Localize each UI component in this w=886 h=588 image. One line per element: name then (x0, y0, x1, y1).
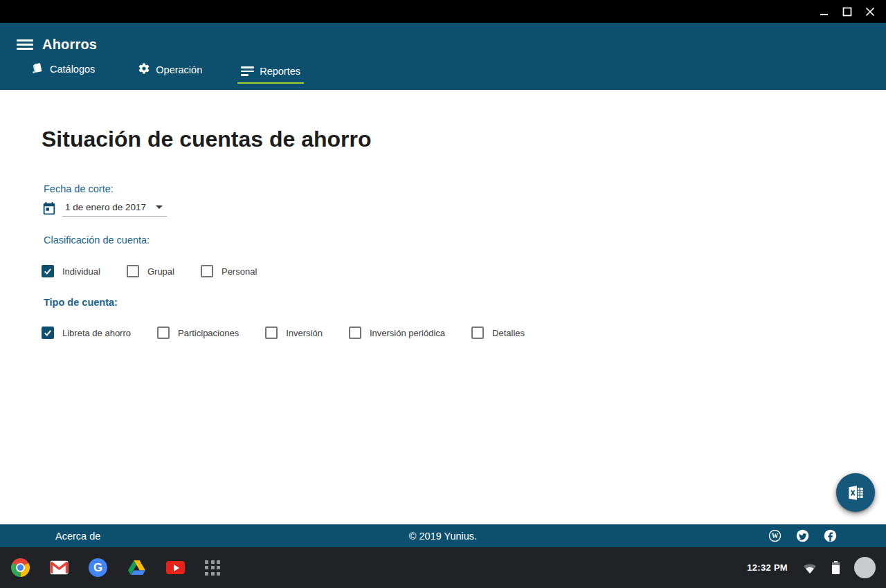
window-controls (820, 7, 875, 17)
wordpress-icon[interactable]: W (768, 529, 782, 543)
status-tray[interactable]: 12:32 PM (747, 557, 876, 578)
taskbar-apps: G (11, 558, 220, 577)
date-filter: 1 de enero de 2017 (42, 201, 886, 217)
taskbar: G 12:32 PM (0, 547, 886, 588)
copyright-text: © 2019 Yunius. (0, 531, 886, 542)
gmail-icon[interactable] (50, 560, 69, 575)
tab-catalogos[interactable]: Catálogos (28, 62, 98, 84)
checkbox-label: Individual (62, 266, 100, 277)
social-links: W (768, 529, 838, 543)
checkbox-box[interactable] (127, 265, 139, 277)
page-title: Situación de cuentas de ahorro (0, 90, 886, 150)
hamburger-icon[interactable] (17, 39, 33, 50)
tab-label: Operación (156, 64, 202, 75)
account-type-options: Libreta de ahorro Participaciones Invers… (42, 327, 886, 339)
export-excel-fab[interactable] (836, 473, 875, 512)
app-window: Ahorros Catálogos (0, 0, 886, 588)
footer: Acerca de © 2019 Yunius. W (0, 524, 886, 547)
maximize-icon[interactable] (842, 7, 852, 17)
twitter-icon[interactable] (795, 529, 810, 543)
checkbox-box[interactable] (42, 327, 54, 339)
launcher-icon[interactable] (205, 560, 220, 576)
svg-text:W: W (772, 532, 779, 540)
chrome-icon[interactable] (11, 558, 30, 577)
checkbox-libreta-de-ahorro[interactable]: Libreta de ahorro (42, 327, 131, 339)
close-icon[interactable] (865, 7, 875, 17)
checkbox-label: Personal (222, 266, 257, 277)
app-header: Ahorros Catálogos (0, 23, 886, 90)
checkbox-label: Inversión periódica (370, 328, 445, 338)
tab-bar: Catálogos Operación Reportes (17, 62, 886, 84)
app-title: Ahorros (42, 37, 97, 53)
checkbox-box[interactable] (265, 327, 278, 339)
main-content: Situación de cuentas de ahorro Fecha de … (0, 90, 886, 524)
report-lines-icon (241, 66, 254, 76)
wifi-icon (802, 562, 817, 574)
avatar[interactable] (854, 557, 876, 578)
checkbox-box[interactable] (201, 265, 213, 277)
google-icon[interactable]: G (89, 558, 107, 577)
tab-operacion[interactable]: Operación (134, 62, 206, 84)
account-type-label: Tipo de cuenta: (44, 297, 886, 308)
checkbox-box[interactable] (157, 327, 170, 339)
clock: 12:32 PM (747, 562, 788, 573)
checkbox-label: Inversión (286, 328, 323, 338)
excel-icon (847, 484, 865, 502)
checkbox-detalles[interactable]: Detalles (471, 327, 525, 339)
checkbox-personal[interactable]: Personal (201, 265, 257, 277)
checkbox-label: Detalles (492, 328, 525, 338)
facebook-icon[interactable] (823, 529, 838, 543)
chevron-down-icon (156, 205, 163, 209)
date-select[interactable]: 1 de enero de 2017 (62, 202, 167, 217)
checkbox-label: Libreta de ahorro (62, 328, 131, 338)
checkbox-inversion[interactable]: Inversión (265, 327, 323, 339)
date-filter-label: Fecha de corte: (44, 183, 886, 194)
checkbox-box[interactable] (349, 327, 361, 339)
checkbox-grupal[interactable]: Grupal (127, 265, 174, 277)
battery-icon (832, 561, 840, 575)
checkbox-label: Grupal (147, 266, 174, 277)
checkbox-participaciones[interactable]: Participaciones (157, 327, 239, 339)
checkbox-box[interactable] (471, 327, 484, 339)
book-icon (31, 62, 44, 77)
checkbox-label: Participaciones (178, 328, 239, 338)
tab-label: Reportes (260, 66, 300, 77)
minimize-icon[interactable] (820, 7, 829, 17)
date-value: 1 de enero de 2017 (65, 202, 146, 212)
window-title-bar (0, 0, 886, 23)
classification-label: Clasificación de cuenta: (44, 235, 886, 246)
youtube-icon[interactable] (166, 561, 185, 574)
tab-reportes[interactable]: Reportes (237, 66, 304, 84)
classification-options: Individual Grupal Personal (42, 265, 886, 277)
calendar-icon[interactable] (42, 201, 57, 217)
checkbox-individual[interactable]: Individual (42, 265, 100, 277)
drive-icon[interactable] (127, 559, 146, 576)
gear-icon (138, 62, 150, 77)
checkbox-box[interactable] (42, 265, 54, 277)
checkbox-inversion-periodica[interactable]: Inversión periódica (349, 327, 445, 339)
tab-label: Catálogos (50, 64, 95, 75)
